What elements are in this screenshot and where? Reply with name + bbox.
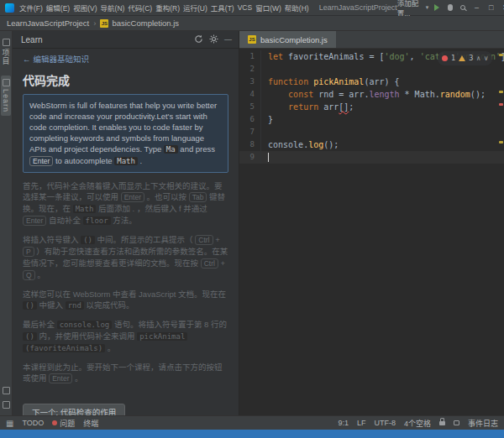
code-line[interactable]: 7 [239,126,504,138]
code-text [261,151,269,164]
close-button[interactable]: ✕ [501,3,504,12]
menu-item[interactable]: 文件(F) [18,3,45,13]
restart-lesson-icon[interactable] [194,34,203,45]
breadcrumb-project[interactable]: LearnJavaScriptProject [7,18,89,28]
lesson-step: 首先，代码补全会随着键入而显示上下文相关的建议。要选择某一条建议，可以使用 En… [23,180,228,227]
menu-item[interactable]: 编辑(E) [45,3,71,13]
lesson-step: 这样您可以在 WebStorm 中查看 JavaScript 文档。现在在 ()… [23,289,228,311]
code-chip: pickAnimal [137,332,187,341]
line-number: 3 [239,76,261,88]
error-stripe-mark[interactable] [499,103,503,106]
line-separator[interactable]: LF [357,419,366,427]
key-chip: Tab [189,192,207,202]
menu-item[interactable]: 工具(T) [209,3,236,13]
key-chip: P [23,247,34,257]
warning-stripe-mark[interactable] [499,141,503,143]
error-icon [442,55,448,61]
status-bar: ▦ TODO 问题 终端 9:1 LF UTF-8 4个空格 事件日志 [0,415,504,430]
menu-item[interactable]: 帮助(H) [283,3,311,13]
back-to-module-link[interactable]: ←编辑器基础知识 [23,54,228,65]
prev-issue-chevron-icon[interactable]: ∧ [476,55,480,62]
key-chip: Ctrl [195,235,213,245]
learn-icon [3,79,10,86]
code-chip: Math [73,205,97,213]
step-text: 中间。所显示的工具提示（ [95,235,195,244]
breadcrumb-file[interactable]: JS basicCompletion.js [100,18,179,28]
breadcrumb-separator-icon: › [93,18,96,28]
editor-tab[interactable]: JS basicCompletion.js [239,31,336,48]
run-button[interactable] [433,3,441,13]
maximize-button[interactable]: □ [486,3,496,12]
code-chip: () [81,236,95,244]
step-text: 。 [105,343,115,352]
code-chip: rnd [66,301,84,310]
step-text: . [138,156,142,165]
line-number: 4 [239,88,261,101]
code-line[interactable]: 8console.log(); [239,138,504,151]
learn-tool-window: Learn — ←编辑器基础知识 代码完成 WebStorm is full o… [13,31,239,415]
learn-panel-title: Learn [21,35,43,44]
step-text: 方法。 [111,216,137,225]
todo-tab[interactable]: TODO [22,419,44,427]
code-line[interactable]: 3function pickAnimal(arr) { [239,76,504,88]
problems-label: 问题 [60,418,75,429]
run-configuration-select[interactable]: 添加配置... ▾ [397,0,429,18]
text-caret [268,153,269,162]
menu-item[interactable]: 视图(V) [71,3,98,13]
code-token: * Math. [400,90,440,99]
settings-gear-icon[interactable] [209,34,218,45]
key-chip: Enter [29,156,53,166]
terminal-tab[interactable]: 终端 [83,418,98,429]
menu-item[interactable]: 运行(U) [181,3,209,13]
code-token: function [268,77,313,86]
indent-info[interactable]: 4个空格 [404,418,431,429]
code-editor[interactable]: 1let favoriteAnimals = ['dog', 'cat', 'u… [239,49,504,415]
hide-panel-icon[interactable]: — [224,35,232,44]
code-line[interactable]: 5 return arr[]; [239,101,504,113]
menu-item[interactable]: 代码(C) [126,3,154,13]
event-log-button[interactable]: 事件日志 [468,418,498,429]
menu-item[interactable]: 窗口(W) [254,3,283,13]
next-issue-chevron-icon[interactable]: ∨ [484,55,488,62]
code-token: (); [470,90,486,99]
step-text: 。 [35,270,45,279]
lesson-step: 本课程到此为止。要开始下一个课程，请点击下方的按钮或使用 Enter 。 [23,362,228,384]
minimize-button[interactable]: – [472,3,482,12]
line-number: 8 [239,138,261,151]
step-text: 语句。将插入符号置于第 8 行的 [112,320,227,329]
step-text: + [218,258,225,268]
favorites-icon[interactable] [3,387,10,394]
menu-item[interactable]: 导航(N) [99,3,127,13]
lesson-step: 将插入符号键入 () 中间。所显示的工具提示（ Ctrl + P ）有助于您快速… [23,234,228,281]
menu-item[interactable]: VCS [236,3,254,12]
menu-item[interactable]: 重构(R) [154,3,181,13]
debug-button[interactable] [446,3,454,13]
structure-icon[interactable] [3,401,10,409]
ide-window: 文件(F)编辑(E)视图(V)导航(N)代码(C)重构(R)运行(U)工具(T)… [0,0,504,438]
next-lesson-button[interactable]: 下一个: 代码检查的作用 [23,404,125,415]
code-token: arr [323,102,339,112]
key-chip: Enter [121,192,144,202]
inspections-widget[interactable]: 1 3 ∧ ∨ [438,51,492,65]
search-everywhere-button[interactable] [459,3,467,13]
tool-window-project-button[interactable]: 项目 [0,35,13,69]
window-title: LearnJavaScriptProject [319,3,397,12]
problems-tab[interactable]: 问题 [52,418,75,429]
line-number: 9 [239,151,261,164]
warning-stripe-mark[interactable] [499,91,503,93]
tool-window-learn-button[interactable]: Learn [1,76,11,116]
event-log-icon [454,420,459,425]
caret-position[interactable]: 9:1 [338,419,349,427]
code-line[interactable]: 6} [239,113,504,126]
line-number: 5 [239,101,261,113]
step-text: 后面添加 . ，然后键入 f 并通过 [96,204,207,213]
step-text: to autocomplete [53,156,114,165]
breadcrumb-file-label: basicCompletion.js [112,18,179,28]
code-token: console. [268,140,308,149]
readonly-lock-icon[interactable] [439,421,445,425]
code-line[interactable]: 9 [239,151,504,164]
tool-window-switcher-icon[interactable]: ▦ [6,419,13,428]
file-encoding[interactable]: UTF-8 [374,419,396,427]
warning-stripe-mark[interactable] [499,54,503,56]
code-line[interactable]: 4 const rnd = arr.length * Math.random()… [239,88,504,101]
